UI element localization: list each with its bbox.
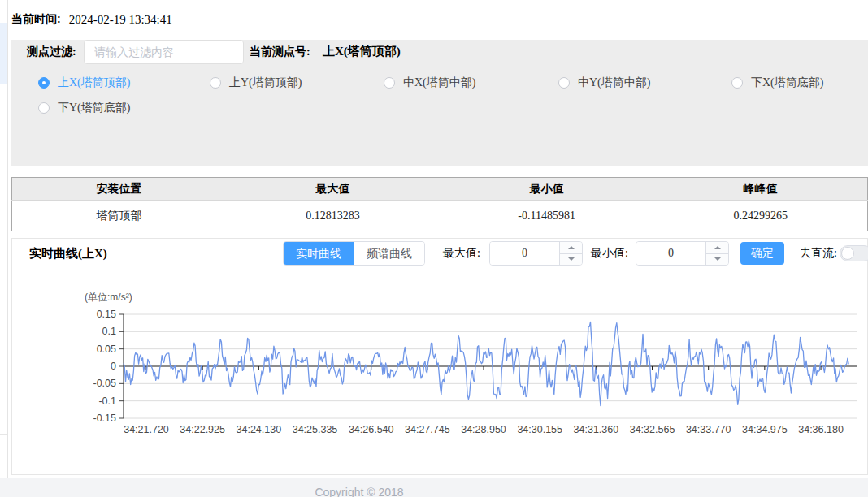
- radio-label: 中Y(塔筒中部): [578, 76, 650, 90]
- chart-y-tick-label: -0.15: [93, 413, 117, 424]
- radio-label: 下Y(塔筒底部): [58, 101, 130, 115]
- chart-x-tick-label: 34:33.770: [686, 424, 731, 435]
- radio-point-mid-y[interactable]: 中Y(塔筒中部): [558, 76, 650, 90]
- sidebar-divider: [0, 305, 7, 305]
- cell-max-value: 0.12813283: [226, 201, 440, 231]
- chevron-up-icon: [714, 246, 721, 249]
- radio-circle-icon: [38, 102, 50, 114]
- chart-x-tick-label: 34:34.975: [742, 424, 788, 435]
- current-time-bar: 当前时间: 2024-02-19 13:34:41: [11, 10, 172, 29]
- min-value-spinner: [705, 242, 728, 265]
- radio-circle-icon: [38, 77, 50, 89]
- chart-y-tick-label: 0.1: [102, 326, 116, 337]
- min-value-input-group: [636, 241, 729, 266]
- chevron-up-icon: [568, 246, 575, 249]
- sidebar-divider: [0, 175, 7, 175]
- chart-x-tick-label: 34:21.720: [124, 424, 169, 435]
- curve-tab-group: 实时曲线 频谱曲线: [283, 241, 425, 266]
- spinner-down-button[interactable]: [706, 254, 728, 266]
- cell-peak-peak-value: 0.24299265: [653, 201, 867, 231]
- spinner-down-button[interactable]: [560, 254, 582, 266]
- radio-point-upper-x[interactable]: 上X(塔筒顶部): [38, 76, 130, 90]
- chevron-down-icon: [714, 257, 721, 261]
- chart-x-tick-label: 34:24.130: [237, 424, 282, 435]
- sidebar-divider: [0, 240, 7, 240]
- min-value-input[interactable]: [636, 242, 705, 265]
- tab-realtime-curve[interactable]: 实时曲线: [284, 242, 354, 265]
- radio-label: 下X(塔筒底部): [751, 76, 823, 90]
- radio-circle-icon: [210, 77, 221, 89]
- chart-x-tick-label: 34:31.360: [574, 424, 619, 435]
- chart-unit-label: (单位:m/s²): [85, 291, 132, 305]
- max-value-input[interactable]: [490, 242, 559, 265]
- radio-circle-icon: [731, 77, 743, 89]
- stats-table: 安装位置 最大值 最小值 峰峰值 塔筒顶部 0.12813283 -0.1148…: [11, 177, 868, 231]
- chart-x-tick-label: 34:26.540: [349, 424, 394, 435]
- app-window: 当前时间: 2024-02-19 13:34:41 测点过滤: 当前测点号: 上…: [0, 0, 868, 497]
- radio-label: 上Y(塔筒顶部): [229, 76, 302, 90]
- chart-y-tick-label: 0.15: [97, 309, 116, 320]
- chart-y-tick-label: 0.05: [97, 344, 116, 355]
- max-value-spinner: [559, 242, 582, 265]
- chart-x-tick-label: 34:22.925: [180, 424, 225, 435]
- radio-circle-icon: [384, 77, 395, 89]
- radio-point-mid-x[interactable]: 中X(塔筒中部): [384, 76, 475, 90]
- col-install-position: 安装位置: [12, 178, 226, 201]
- current-time-value: 2024-02-19 13:34:41: [69, 13, 172, 27]
- radio-circle-icon: [558, 77, 570, 89]
- chart-panel-title: 实时曲线(上X): [29, 246, 107, 261]
- radio-label: 上X(塔筒顶部): [58, 76, 130, 90]
- remove-dc-toggle[interactable]: [840, 245, 868, 261]
- copyright-text: Copyright © 2018: [0, 486, 718, 497]
- max-value-input-group: [489, 241, 583, 266]
- cell-install-position: 塔筒顶部: [12, 201, 226, 231]
- filter-input[interactable]: [84, 40, 244, 64]
- radio-point-lower-y[interactable]: 下Y(塔筒底部): [38, 101, 130, 115]
- col-max-value: 最大值: [226, 178, 440, 201]
- radio-label: 中X(塔筒中部): [403, 76, 475, 90]
- table-row: 塔筒顶部 0.12813283 -0.11485981 0.24299265: [12, 201, 868, 231]
- sidebar-active-item[interactable]: [0, 23, 7, 84]
- tab-spectrum-curve[interactable]: 频谱曲线: [354, 242, 424, 265]
- spinner-up-button[interactable]: [706, 242, 728, 254]
- chart-x-tick-label: 34:30.155: [517, 424, 562, 435]
- confirm-button[interactable]: 确定: [740, 242, 784, 265]
- chart-y-tick-label: -0.05: [93, 378, 117, 389]
- chart-y-tick-label: 0: [111, 361, 116, 372]
- cell-min-value: -0.11485981: [440, 201, 653, 231]
- filter-label: 测点过滤:: [27, 45, 76, 59]
- chart-x-tick-label: 34:25.335: [293, 424, 338, 435]
- chart-x-tick-label: 34:28.950: [461, 424, 506, 435]
- waveform-chart: 0.150.10.050-0.05-0.1-0.1534:21.72034:22…: [82, 309, 862, 452]
- min-value-label: 最小值:: [591, 241, 628, 266]
- max-value-label: 最大值:: [443, 241, 480, 266]
- chart-x-tick-label: 34:27.745: [405, 424, 450, 435]
- chart-x-tick-label: 34:32.565: [630, 424, 675, 435]
- chart-series-line: [124, 322, 848, 405]
- current-point-label: 当前测点号:: [250, 45, 310, 59]
- spinner-up-button[interactable]: [560, 242, 582, 254]
- chart-x-tick-label: 34:36.180: [798, 424, 844, 435]
- realtime-curve-panel: 实时曲线(上X) 实时曲线 频谱曲线 最大值: 最小值: 确定 去直流: (: [11, 238, 868, 475]
- radio-point-upper-y[interactable]: 上Y(塔筒顶部): [210, 76, 302, 90]
- sidebar-edge: [0, 0, 8, 479]
- page-footer: Copyright © 2018: [0, 478, 868, 497]
- toggle-knob: [841, 247, 854, 260]
- sidebar-divider: [0, 434, 7, 435]
- sidebar-divider: [0, 370, 7, 370]
- col-min-value: 最小值: [440, 178, 653, 201]
- remove-dc-label: 去直流:: [800, 241, 837, 266]
- chevron-down-icon: [568, 257, 575, 261]
- col-peak-peak-value: 峰峰值: [653, 178, 867, 201]
- current-time-label: 当前时间:: [11, 12, 61, 27]
- point-filter-panel: 测点过滤: 当前测点号: 上X(塔筒顶部) 上X(塔筒顶部) 上Y(塔筒顶部) …: [11, 40, 868, 166]
- chart-y-tick-label: -0.1: [98, 395, 116, 407]
- radio-point-lower-x[interactable]: 下X(塔筒底部): [731, 76, 823, 90]
- current-point-value: 上X(塔筒顶部): [323, 44, 401, 59]
- stats-header-row: 安装位置 最大值 最小值 峰峰值: [12, 178, 868, 201]
